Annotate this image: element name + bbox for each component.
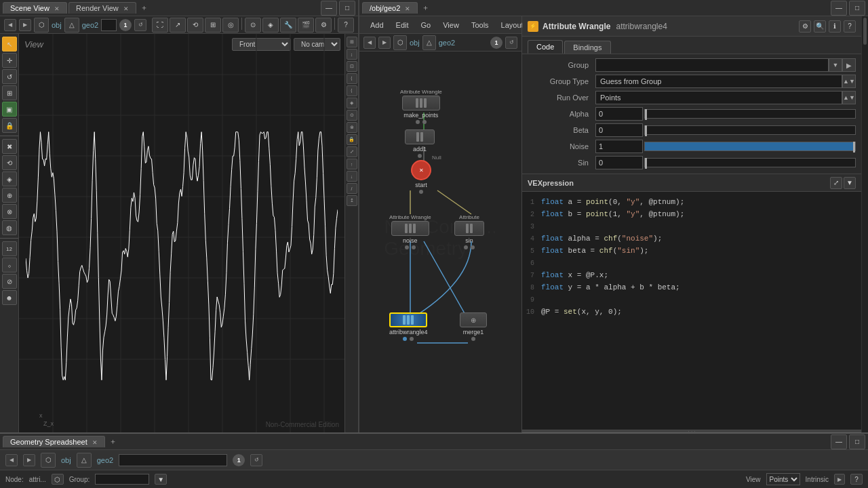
bottom-maximize[interactable]: □ (849, 434, 865, 449)
bottom-minimize[interactable]: — (831, 434, 847, 449)
transform-tool[interactable]: ✛ (2, 53, 17, 68)
beta-value[interactable] (595, 123, 643, 137)
group-input[interactable] (595, 58, 829, 72)
tool-9[interactable]: ⚙ (315, 18, 332, 33)
node-merge1-body[interactable]: ⊕ (460, 312, 487, 327)
path-input-left[interactable] (101, 19, 117, 31)
tab-geo2-close[interactable]: ✕ (405, 5, 410, 12)
menu-go[interactable]: Go (416, 20, 437, 30)
viewport-minimize[interactable]: — (321, 1, 337, 16)
side-icon-10[interactable]: ⤢ (347, 146, 357, 157)
noise-slider[interactable] (644, 142, 856, 151)
node-make-points[interactable]: Attribute Wrangle make_points (400, 89, 442, 124)
group-filter-btn[interactable]: ▼ (155, 474, 167, 485)
select-tool[interactable]: ↖ (2, 37, 17, 52)
tab-obj-geo2[interactable]: /obj/geo2 ✕ (362, 2, 418, 14)
v-tool-10[interactable]: ☻ (2, 290, 17, 305)
bottom-path-input[interactable] (119, 454, 227, 466)
props-scrollbar[interactable] (861, 16, 868, 432)
node-make-points-body[interactable] (402, 96, 440, 110)
side-icon-1[interactable]: ⊞ (347, 37, 357, 47)
side-icon-7[interactable]: ⊙ (347, 110, 357, 121)
side-icon-5[interactable]: ⟨ (347, 85, 357, 96)
v-tool-1[interactable]: ✖ (2, 139, 17, 154)
node-noise[interactable]: Attribute Wrangle noise (389, 214, 431, 249)
tool-4[interactable]: ⊞ (205, 18, 221, 33)
side-icon-12[interactable]: ↓ (347, 171, 357, 182)
help-btn-bottom[interactable]: ? (850, 474, 863, 485)
tool-help[interactable]: ? (338, 18, 354, 33)
node-canvas[interactable]: Non-Comm...Geometry (359, 52, 521, 432)
viewport-maximize[interactable]: □ (339, 1, 355, 16)
props-help[interactable]: ? (844, 20, 856, 33)
node-noise-body[interactable] (391, 221, 429, 236)
view-select[interactable]: Points (766, 473, 800, 485)
lock-tool[interactable]: 🔒 (2, 118, 17, 133)
side-icon-9[interactable]: 🔒 (347, 134, 357, 145)
add-bottom-tab[interactable]: ＋ (106, 436, 119, 447)
tool-snap[interactable]: 🔧 (280, 18, 296, 33)
v-tool-6[interactable]: ◍ (2, 220, 17, 235)
group-arrow-btn[interactable]: ▶ (842, 58, 856, 72)
front-dropdown[interactable]: Front Top Side Perspective (232, 38, 291, 51)
code-editor[interactable]: 1 float a = point(0, "y", @ptnum); 2 flo… (522, 192, 861, 430)
props-settings[interactable]: ⚙ (799, 20, 811, 33)
node-add1[interactable]: add1 (405, 129, 435, 158)
node-merge1[interactable]: ⊕ merge1 (460, 312, 487, 341)
sin-value[interactable] (595, 156, 643, 169)
v-tool-4[interactable]: ⊕ (2, 188, 17, 203)
geo-icon[interactable]: △ (64, 18, 79, 33)
scale-tool[interactable]: ⊞ (2, 85, 17, 100)
vex-settings2[interactable]: ▼ (844, 177, 856, 189)
side-icon-6[interactable]: ◈ (347, 98, 357, 108)
right-minimize[interactable]: — (831, 1, 847, 16)
tool-move[interactable]: ⛶ (152, 18, 168, 33)
add-viewport-tab[interactable]: ＋ (138, 3, 151, 13)
tab-render-close[interactable]: ✕ (123, 5, 129, 12)
alpha-slider[interactable] (644, 109, 856, 119)
right-maximize[interactable]: □ (849, 1, 865, 16)
side-icon-8[interactable]: ⊗ (347, 122, 357, 133)
v-tool-9[interactable]: ⊘ (2, 274, 17, 289)
tab-code[interactable]: Code (528, 40, 563, 54)
group-type-dropdown[interactable]: ▲▼ (842, 75, 856, 88)
tool-render[interactable]: 🎬 (298, 18, 314, 33)
props-info[interactable]: ℹ (829, 20, 841, 33)
noise-value[interactable] (595, 140, 643, 153)
props-scroll-thumb[interactable] (863, 18, 867, 45)
sin-slider[interactable] (644, 158, 856, 167)
play-btn[interactable]: ▶ (834, 474, 845, 485)
alpha-value[interactable] (595, 107, 643, 121)
side-icon-11[interactable]: ↑ (347, 159, 357, 169)
tab-geometry-spreadsheet[interactable]: Geometry Spreadsheet ✕ (3, 436, 105, 447)
geo-tool[interactable]: ▣ (2, 102, 17, 117)
tool-5[interactable]: ◎ (222, 18, 239, 33)
tool-7[interactable]: ◈ (262, 18, 279, 33)
back-btn[interactable]: ◀ (4, 19, 16, 31)
right-forward[interactable]: ▶ (378, 37, 391, 49)
beta-handle[interactable] (645, 125, 647, 136)
bottom-forward[interactable]: ▶ (23, 454, 35, 466)
v-tool-3[interactable]: ◈ (2, 171, 17, 186)
run-over-dropdown[interactable]: ▲▼ (842, 91, 856, 104)
tool-6[interactable]: ⊙ (245, 18, 261, 33)
node-add1-body[interactable] (405, 129, 435, 144)
refresh-btn[interactable]: ↺ (134, 19, 146, 31)
node-start-body[interactable]: ✕ (411, 160, 431, 180)
beta-slider[interactable] (644, 125, 856, 135)
cam-dropdown[interactable]: No cam cam1 (294, 38, 340, 51)
bottom-geo-icon[interactable]: △ (77, 453, 92, 468)
side-icon-3[interactable]: ⊡ (347, 61, 357, 72)
props-search[interactable]: 🔍 (814, 20, 826, 33)
right-refresh[interactable]: ↺ (505, 37, 517, 49)
node-start[interactable]: ✕ start (411, 160, 431, 194)
alpha-handle[interactable] (645, 109, 647, 120)
side-icon-2[interactable]: ↕ (347, 49, 357, 60)
obj-icon[interactable]: ⬡ (34, 18, 49, 33)
viewport-canvas[interactable]: View Front Top Side Perspective No cam c… (19, 34, 344, 432)
side-icon-14[interactable]: ↥ (347, 195, 357, 206)
vex-expand[interactable]: ⤢ (830, 177, 842, 189)
side-icon-4[interactable]: ⟨ (347, 73, 357, 84)
node-sin-body[interactable] (454, 221, 484, 236)
menu-add[interactable]: Add (365, 20, 389, 30)
